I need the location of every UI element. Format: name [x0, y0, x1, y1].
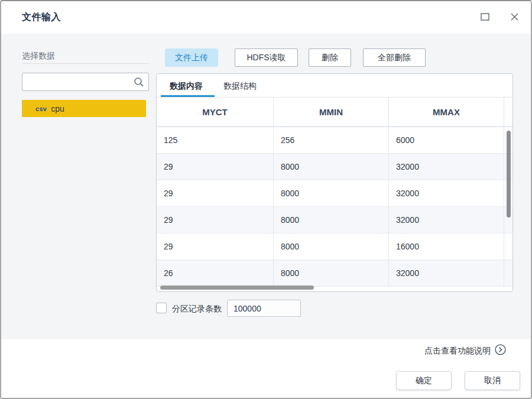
- help-link-label: 点击查看功能说明: [424, 346, 491, 356]
- column-header-mmax: MMAX: [389, 98, 504, 127]
- table-cell: 8000: [274, 233, 389, 260]
- tab-data-structure[interactable]: 数据结构: [223, 74, 257, 98]
- table-cell: 26: [157, 260, 274, 287]
- file-input-dialog: 文件输入 选择数据 csv cpu 文件上传 HDFS读取 删除 全部删除 数据…: [0, 0, 532, 399]
- table-row: 29 8000 32000: [157, 207, 512, 233]
- table-cell: 8000: [274, 207, 389, 233]
- csv-file-icon: csv: [35, 105, 47, 112]
- maximize-button[interactable]: [476, 9, 493, 26]
- delete-button[interactable]: 删除: [309, 48, 351, 67]
- table-cell: [504, 233, 512, 260]
- select-data-label: 选择数据: [22, 51, 55, 61]
- column-header-clipped: [504, 98, 512, 127]
- close-button[interactable]: [506, 9, 523, 26]
- hdfs-read-button[interactable]: HDFS读取: [235, 48, 298, 67]
- table-cell: 29: [157, 154, 274, 180]
- vertical-scrollbar[interactable]: [507, 131, 511, 218]
- ok-button[interactable]: 确定: [396, 371, 452, 390]
- search-icon[interactable]: [134, 77, 144, 90]
- dataset-item-cpu[interactable]: csv cpu: [22, 100, 146, 117]
- partition-label: 分区记录条数: [172, 304, 222, 314]
- table-row: 29 8000 32000: [157, 180, 512, 207]
- title-bar: 文件输入: [1, 1, 531, 34]
- tab-data-content[interactable]: 数据内容: [170, 74, 203, 98]
- table-cell: 29: [157, 180, 274, 207]
- delete-all-button[interactable]: 全部删除: [363, 48, 426, 67]
- close-icon: [510, 12, 519, 24]
- partition-checkbox[interactable]: [156, 303, 167, 313]
- table-cell: 29: [157, 233, 274, 260]
- table-cell: 125: [157, 127, 274, 154]
- dataset-name: cpu: [51, 104, 64, 113]
- cancel-button[interactable]: 取消: [465, 371, 520, 390]
- table-cell: [504, 260, 512, 287]
- table-cell: 29: [157, 207, 274, 233]
- search-input[interactable]: [22, 73, 131, 90]
- table-cell: 32000: [389, 207, 504, 233]
- dataset-search-box: [22, 73, 149, 91]
- horizontal-scrollbar[interactable]: [160, 286, 314, 290]
- maximize-icon: [481, 12, 489, 23]
- table-cell: 6000: [389, 127, 504, 154]
- table-cell: 32000: [389, 260, 504, 287]
- dialog-footer: 点击查看功能说明 确定 取消: [1, 339, 531, 399]
- table-header-row: MYCT MMIN MMAX: [157, 98, 512, 127]
- tabs-bar: 数据内容 数据结构: [157, 74, 512, 98]
- table-row: 29 8000 16000: [157, 233, 512, 260]
- active-tab-indicator: [161, 95, 215, 97]
- table-cell: 16000: [389, 233, 504, 260]
- sidebar-divider: [22, 63, 149, 64]
- window-title: 文件输入: [22, 11, 61, 24]
- column-header-myct: MYCT: [157, 98, 274, 127]
- table-cell: 8000: [274, 180, 389, 207]
- data-preview-panel: 数据内容 数据结构 MYCT MMIN MMAX 125 256 6000 29…: [156, 73, 513, 292]
- table-cell: 8000: [274, 154, 389, 180]
- help-link[interactable]: 点击查看功能说明: [424, 344, 506, 358]
- file-upload-button[interactable]: 文件上传: [165, 48, 218, 67]
- partition-count-input[interactable]: [227, 300, 301, 317]
- table-row: 125 256 6000: [157, 127, 512, 154]
- table-cell: 8000: [274, 260, 389, 287]
- table-cell: 32000: [389, 180, 504, 207]
- table-cell: 32000: [389, 154, 504, 180]
- table-cell: 256: [274, 127, 389, 154]
- chevron-right-circle-icon: [495, 344, 506, 358]
- table-row: 29 8000 32000: [157, 154, 512, 180]
- column-header-mmin: MMIN: [274, 98, 389, 127]
- table-row: 26 8000 32000: [157, 260, 512, 287]
